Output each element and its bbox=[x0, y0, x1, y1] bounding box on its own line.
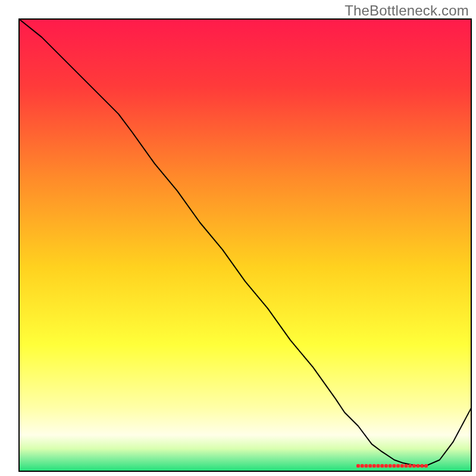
optimal-range-dot bbox=[408, 464, 412, 468]
chart-stage: TheBottleneck.com bbox=[0, 0, 476, 476]
optimal-range-dot bbox=[416, 464, 420, 468]
gradient-background bbox=[19, 19, 471, 471]
optimal-range-dot bbox=[380, 464, 384, 468]
optimal-range-dot bbox=[356, 464, 360, 468]
optimal-range-dot bbox=[372, 464, 376, 468]
optimal-range-dot bbox=[396, 464, 400, 468]
optimal-range-dot bbox=[412, 464, 416, 468]
optimal-range-dot bbox=[384, 464, 388, 468]
optimal-range-dot bbox=[404, 464, 408, 468]
optimal-range-dot bbox=[389, 464, 392, 468]
optimal-range-dot bbox=[368, 464, 372, 468]
optimal-range-dot bbox=[424, 464, 428, 468]
optimal-range-dot bbox=[377, 464, 380, 468]
optimal-range-dot bbox=[420, 464, 424, 468]
optimal-range-dot bbox=[361, 464, 364, 468]
optimal-range-dot bbox=[364, 464, 368, 468]
chart-svg bbox=[0, 0, 476, 476]
optimal-range-dot bbox=[400, 464, 404, 468]
watermark-text: TheBottleneck.com bbox=[345, 2, 469, 19]
optimal-range-dot bbox=[392, 464, 396, 468]
